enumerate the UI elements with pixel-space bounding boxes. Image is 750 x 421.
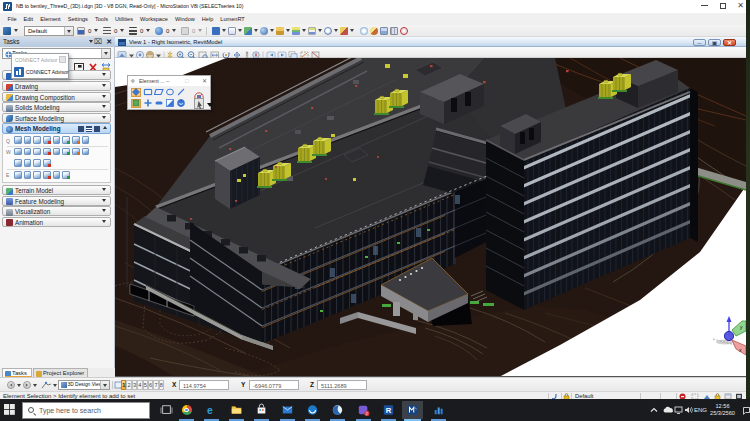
active-level-combo[interactable]: Default bbox=[24, 26, 74, 36]
taskbar-clock[interactable]: 12:56 25/3/2560 bbox=[706, 403, 739, 418]
menu-item-0[interactable]: File bbox=[4, 13, 20, 25]
mode-add-button[interactable] bbox=[143, 99, 153, 108]
dialog-minimize-icon[interactable]: – bbox=[166, 78, 169, 84]
method-individual-button[interactable] bbox=[131, 88, 141, 97]
view-restore-button[interactable]: ▣ bbox=[708, 39, 721, 46]
table-icon[interactable] bbox=[380, 27, 388, 35]
mode-subtract-button[interactable] bbox=[154, 99, 164, 108]
element-selection-dialog[interactable]: ✥ Element ... – □ ✕ bbox=[127, 75, 211, 110]
x-coordinate-field[interactable]: 114.9754 bbox=[179, 380, 229, 390]
back-dropdown-icon[interactable] bbox=[17, 384, 21, 387]
chevron-icon-1[interactable] bbox=[102, 84, 106, 87]
forward-button[interactable] bbox=[23, 381, 31, 389]
view-close-button[interactable]: ✕ bbox=[723, 39, 736, 46]
menu-item-8[interactable]: Help bbox=[198, 13, 217, 25]
chevron-icon-9[interactable] bbox=[102, 220, 106, 223]
element-template-icon[interactable] bbox=[3, 27, 11, 35]
active-color-icon[interactable] bbox=[77, 27, 85, 35]
color-dropdown-icon[interactable] bbox=[94, 29, 98, 32]
view-group-tool-icon[interactable] bbox=[40, 380, 52, 391]
priority-icon[interactable] bbox=[181, 27, 189, 35]
task-section-6[interactable]: Terrain Model bbox=[2, 185, 111, 195]
tasks-panel-header[interactable]: Tasks ⌧ ✕ bbox=[0, 37, 115, 47]
panel-view-icon[interactable] bbox=[94, 126, 100, 132]
chevron-icon-3[interactable] bbox=[102, 105, 106, 108]
section-view-mode-icons[interactable] bbox=[78, 125, 108, 133]
mesh-tool[interactable] bbox=[33, 136, 41, 144]
menu-item-2[interactable]: Element bbox=[37, 13, 65, 25]
mesh-tool[interactable] bbox=[62, 171, 70, 179]
search-icon[interactable] bbox=[370, 27, 378, 35]
teams-icon[interactable]: 2 bbox=[353, 401, 374, 419]
menu-item-1[interactable]: Edit bbox=[20, 13, 37, 25]
level-manager-dropdown-icon[interactable] bbox=[302, 29, 306, 32]
chevron-icon-6[interactable] bbox=[102, 188, 106, 191]
edge-icon[interactable]: e bbox=[201, 401, 222, 419]
cells-dropdown-icon[interactable] bbox=[334, 29, 338, 32]
menu-item-3[interactable]: Settings bbox=[64, 13, 91, 25]
menu-item-9[interactable]: LumenRT bbox=[217, 13, 248, 25]
menu-item-4[interactable]: Tools bbox=[91, 13, 111, 25]
view-group-combo-dropdown[interactable] bbox=[100, 381, 109, 389]
task-view-button[interactable] bbox=[156, 401, 177, 419]
element-dialog-titlebar[interactable]: ✥ Element ... – □ ✕ bbox=[128, 76, 210, 86]
browser-icon[interactable] bbox=[302, 401, 323, 419]
view-window-title-bar[interactable]: View 1 - Right Isometric, RevitModel – ▣… bbox=[115, 37, 746, 47]
y-coordinate-field[interactable]: -6946.0779 bbox=[249, 380, 299, 390]
select-all-button[interactable] bbox=[194, 98, 204, 109]
mesh-tool[interactable] bbox=[24, 171, 32, 179]
priority-dropdown-icon[interactable] bbox=[198, 29, 202, 32]
popset-dropdown-icon[interactable] bbox=[350, 29, 354, 32]
task-section-3[interactable]: Solids Modeling bbox=[2, 102, 111, 112]
mesh-tool[interactable] bbox=[72, 148, 80, 156]
references-icon[interactable] bbox=[228, 27, 236, 35]
view-minimize-button[interactable]: – bbox=[693, 39, 706, 46]
transparency-dropdown-icon[interactable] bbox=[172, 29, 176, 32]
transparency-icon[interactable] bbox=[155, 27, 163, 35]
chevron-icon-8[interactable] bbox=[102, 209, 106, 212]
references-dropdown-icon[interactable] bbox=[238, 29, 242, 32]
saved-views-icon[interactable] bbox=[276, 27, 284, 35]
network-icon[interactable] bbox=[674, 406, 684, 415]
forward-dropdown-icon[interactable] bbox=[33, 384, 37, 387]
analytics-icon[interactable] bbox=[428, 401, 449, 419]
chevron-icon-0[interactable] bbox=[102, 73, 106, 76]
template-dropdown-icon[interactable] bbox=[14, 29, 18, 32]
models-icon[interactable] bbox=[212, 27, 220, 35]
store-icon[interactable] bbox=[251, 401, 272, 419]
mode-invert-button[interactable] bbox=[165, 99, 175, 108]
dialog-close-icon[interactable]: ✕ bbox=[202, 78, 207, 84]
mail-icon[interactable] bbox=[277, 401, 298, 419]
view-1-viewport[interactable]: y x ✥ Element ... – □ ✕ bbox=[115, 58, 746, 377]
mesh-tool[interactable] bbox=[62, 148, 70, 156]
mesh-tool[interactable] bbox=[24, 136, 32, 144]
level-display-dropdown-icon[interactable] bbox=[318, 29, 322, 32]
mesh-tool[interactable] bbox=[33, 148, 41, 156]
mesh-tool[interactable] bbox=[33, 171, 41, 179]
chevron-down-icon[interactable] bbox=[89, 40, 93, 43]
task-section-8[interactable]: Visualization bbox=[2, 206, 111, 216]
line-weight-dropdown-icon[interactable] bbox=[146, 29, 150, 32]
element-info-icon[interactable] bbox=[360, 27, 368, 35]
popset-icon[interactable] bbox=[340, 27, 348, 35]
z-coordinate-field[interactable]: 5111.2689 bbox=[317, 380, 367, 390]
level-manager-icon[interactable] bbox=[292, 27, 300, 35]
view-group-combo[interactable]: 3D Design Views bbox=[58, 380, 110, 390]
pin-icon[interactable]: ⌧ bbox=[94, 38, 102, 46]
saved-views-dropdown-icon[interactable] bbox=[286, 29, 290, 32]
mesh-tool[interactable] bbox=[14, 171, 22, 179]
point-clouds-icon[interactable] bbox=[260, 27, 268, 35]
dialog-maximize-icon[interactable]: □ bbox=[185, 78, 189, 84]
models-dropdown-icon[interactable] bbox=[222, 29, 226, 32]
chevron-icon-7[interactable] bbox=[102, 199, 106, 202]
mesh-tool[interactable] bbox=[82, 136, 90, 144]
chevron-icon-2[interactable] bbox=[102, 95, 106, 98]
expand-arrow-icon[interactable] bbox=[207, 103, 213, 107]
file-explorer-icon[interactable] bbox=[226, 401, 247, 419]
mesh-tool[interactable] bbox=[24, 148, 32, 156]
mesh-tool[interactable] bbox=[53, 148, 61, 156]
mesh-tool[interactable] bbox=[43, 136, 51, 144]
point-clouds-dropdown-icon[interactable] bbox=[270, 29, 274, 32]
volume-icon[interactable] bbox=[684, 406, 694, 415]
mode-new-button[interactable] bbox=[131, 99, 141, 108]
